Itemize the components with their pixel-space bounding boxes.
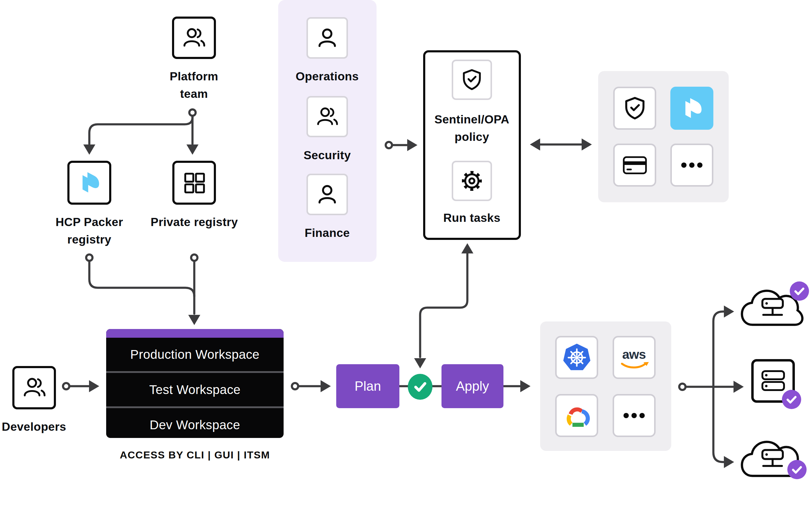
integration-tile-billing <box>613 143 656 187</box>
platform-team-label: Platform team <box>134 68 254 103</box>
integration-tile-shield <box>613 87 656 130</box>
workspace-accent-bar <box>106 329 284 338</box>
workspace-row-test: Test Workspace <box>106 371 284 406</box>
check-badge <box>787 460 807 479</box>
security-node <box>307 96 348 137</box>
target-badge-middle <box>782 390 801 409</box>
workspace-row-dev: Dev Workspace <box>106 406 284 438</box>
shield-check-icon <box>460 68 484 92</box>
access-caption: ACCESS BY CLI | GUI | ITSM <box>90 449 300 461</box>
team-icon <box>21 374 48 401</box>
provider-tile-aws: aws <box>613 336 656 379</box>
operations-label: Operations <box>267 68 387 85</box>
grid-icon <box>182 171 206 195</box>
provider-tile-kubernetes <box>555 336 598 379</box>
person-icon <box>315 25 340 51</box>
developers-node <box>12 366 56 409</box>
packer-icon <box>680 97 704 120</box>
gear-icon <box>458 167 486 195</box>
packer-icon <box>77 171 102 195</box>
finance-node <box>307 174 348 215</box>
run-tasks-label: Run tasks <box>412 209 532 227</box>
provider-tile-google-cloud <box>555 394 598 437</box>
sentinel-shield-box <box>452 60 492 100</box>
plan-button: Plan <box>336 364 399 408</box>
target-badge-top <box>790 281 809 301</box>
credit-card-icon <box>622 152 648 178</box>
ellipsis-icon <box>672 143 712 187</box>
platform-team-node <box>172 17 216 59</box>
operations-node <box>307 17 348 59</box>
connector-hcp-merge <box>89 258 194 296</box>
workspace-row-production: Production Workspace <box>106 338 284 371</box>
private-registry-label: Private registry <box>119 213 269 231</box>
check-badge <box>790 281 809 301</box>
developers-label: Developers <box>0 418 94 435</box>
aws-wordmark: aws <box>622 347 646 361</box>
person-icon <box>315 182 340 207</box>
integration-tile-more <box>670 143 713 187</box>
private-registry-node <box>172 161 216 205</box>
target-badge-bottom <box>787 460 807 479</box>
shield-check-icon <box>622 96 648 121</box>
policy-box-title: Sentinel/OPA policy <box>412 111 532 146</box>
finance-label: Finance <box>267 224 387 242</box>
ellipsis-icon <box>614 394 654 437</box>
apply-button: Apply <box>441 364 503 408</box>
kubernetes-icon <box>559 340 594 375</box>
workspace-stack: Production Workspace Test Workspace Dev … <box>106 329 284 438</box>
connector-platform-to-hcp <box>89 114 193 144</box>
approval-check <box>408 374 432 400</box>
connector-branch-down <box>713 387 724 462</box>
connector-branch-up <box>713 312 724 387</box>
aws-icon: aws <box>614 336 654 379</box>
check-icon <box>412 379 428 395</box>
provider-tile-more <box>613 394 656 437</box>
team-icon <box>315 104 340 129</box>
terraform-workflow-diagram: Operations Security Finance Platform tea… <box>0 0 812 512</box>
security-label: Security <box>267 146 387 164</box>
google-cloud-icon <box>561 400 592 431</box>
hcp-packer-registry-node <box>67 161 111 205</box>
connector-policy-to-check <box>420 253 467 357</box>
team-icon <box>181 25 207 51</box>
integration-tile-packer <box>670 87 713 130</box>
run-tasks-box <box>452 161 492 201</box>
check-badge <box>782 390 801 409</box>
